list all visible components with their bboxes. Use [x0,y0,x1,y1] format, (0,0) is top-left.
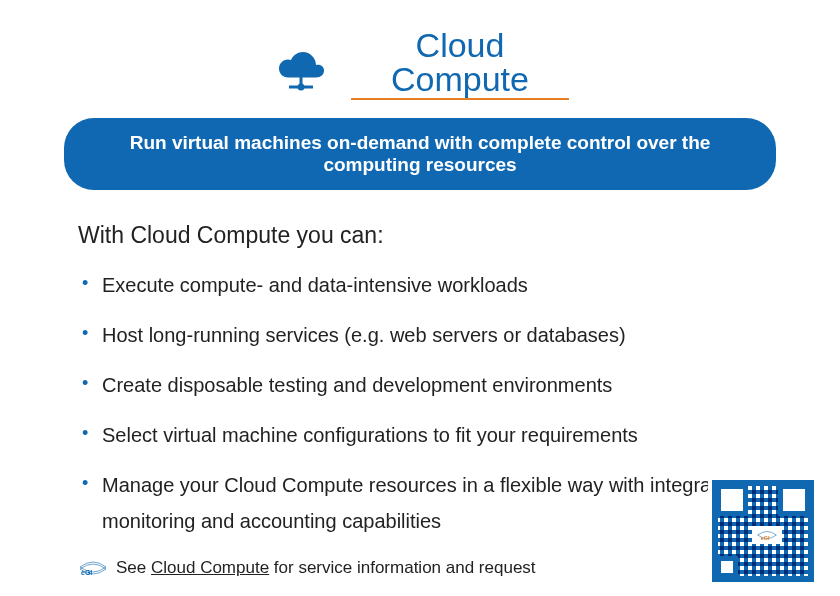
qr-code-icon: eGI [708,476,818,586]
subtitle-banner: Run virtual machines on-demand with comp… [64,118,776,190]
list-item: Create disposable testing and developmen… [78,367,760,403]
list-item: Manage your Cloud Compute resources in a… [78,467,760,539]
section-heading: With Cloud Compute you can: [78,222,840,249]
list-item: Host long-running services (e.g. web ser… [78,317,760,353]
list-item: Execute compute- and data-intensive work… [78,267,760,303]
cloud-compute-link[interactable]: Cloud Compute [151,558,269,577]
footer-text: See Cloud Compute for service informatio… [116,558,536,578]
title-line1: Cloud [416,26,505,64]
title-underline: Cloud Compute [351,28,569,100]
svg-text:eGI: eGI [81,569,92,576]
egi-logo-icon: eGI [78,559,108,577]
title-line2: Compute [391,60,529,98]
cloud-compute-icon [271,43,331,93]
feature-list: Execute compute- and data-intensive work… [78,267,760,539]
svg-text:eGI: eGI [761,535,770,541]
footer-suffix: for service information and request [269,558,535,577]
svg-point-2 [298,84,305,91]
page-title: Cloud Compute [391,28,529,96]
list-item: Select virtual machine configurations to… [78,417,760,453]
footer: eGI See Cloud Compute for service inform… [78,558,800,578]
header: Cloud Compute [0,0,840,100]
footer-prefix: See [116,558,151,577]
